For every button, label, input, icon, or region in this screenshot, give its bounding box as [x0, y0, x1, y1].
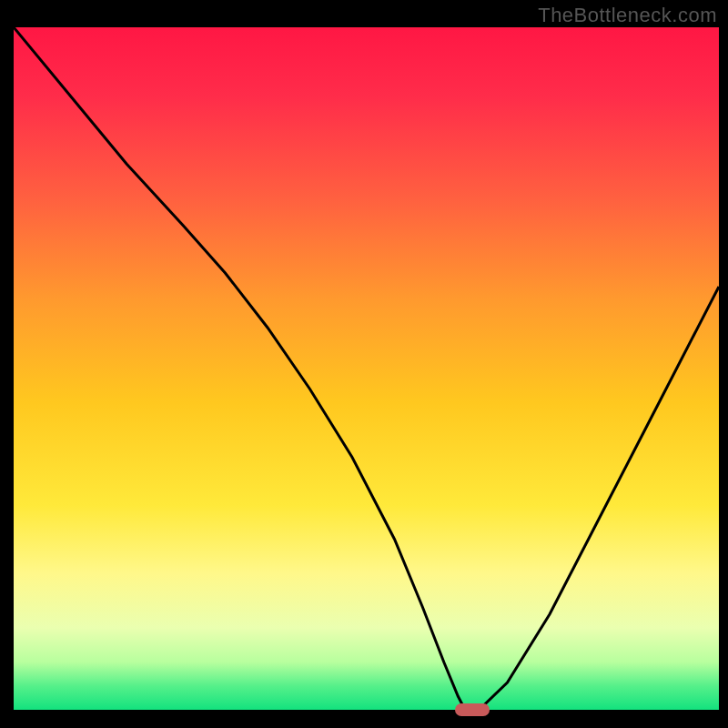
chart-frame: TheBottleneck.com	[0, 0, 728, 728]
chart-svg	[14, 27, 719, 710]
plot-area	[14, 27, 719, 710]
optimal-marker	[455, 703, 490, 716]
gradient-background	[14, 27, 719, 710]
watermark-text: TheBottleneck.com	[538, 4, 717, 27]
